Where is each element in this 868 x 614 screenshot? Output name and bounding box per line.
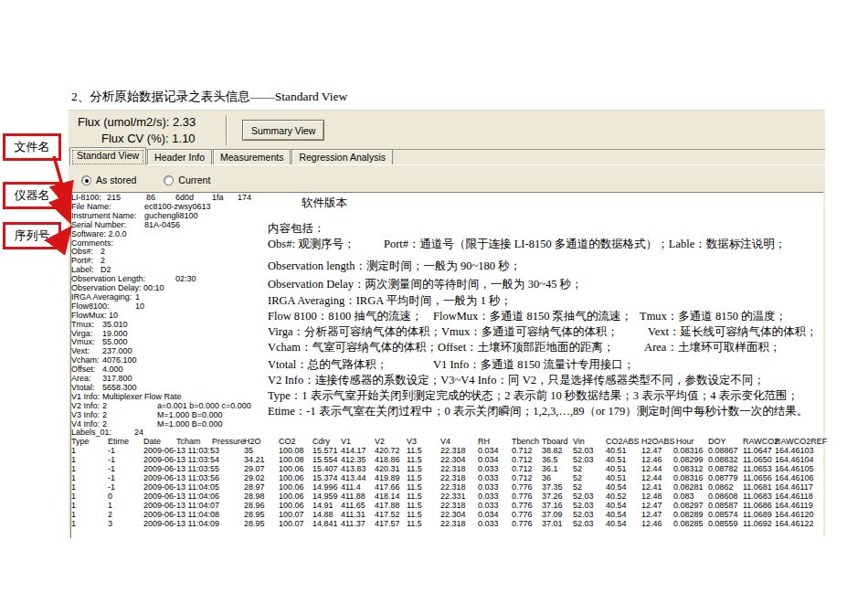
record-listbox[interactable]: [70, 192, 823, 538]
page-title: 2、分析原始数据记录之表头信息——Standard View: [71, 89, 347, 105]
radio-dot: [164, 175, 174, 185]
tab-regression-analysis[interactable]: Regression Analysis: [291, 149, 393, 165]
tab-strip: Standard ViewHeader InfoMeasurementsRegr…: [69, 149, 394, 165]
arrow-instrument-name: [58, 194, 69, 218]
summary-view-button[interactable]: Summary View: [242, 120, 324, 141]
panel-divider: [226, 115, 227, 145]
annotation-box-instrument-name: 仪器名: [3, 182, 61, 209]
tab-standard-view[interactable]: Standard View: [69, 147, 146, 165]
standard-view-tab-page: As storedCurrent: [69, 164, 825, 537]
annotation-box-file-name: 文件名: [3, 133, 61, 161]
radio-dot: [81, 175, 91, 185]
radio-current[interactable]: Current: [164, 175, 210, 185]
document-page: 2、分析原始数据记录之表头信息——Standard View Flux (umo…: [0, 0, 868, 614]
flux-cv-readout: Flux CV (%): 1.10: [101, 132, 196, 145]
li8100-software-window: Flux (umol/m2/s): 2.33 Flux CV (%): 1.10…: [69, 110, 825, 536]
flux-readout: Flux (umol/m2/s): 2.33: [78, 115, 196, 129]
radio-label: Current: [178, 175, 210, 185]
radio-label: As stored: [96, 175, 136, 185]
arrow-serial-number: [59, 230, 69, 242]
flux-value: 2.33: [173, 115, 196, 129]
flux-cv-value: 1.10: [172, 132, 195, 145]
tab-header-info[interactable]: Header Info: [147, 149, 212, 165]
annotation-box-serial-number: 序列号: [3, 222, 61, 249]
tab-measurements[interactable]: Measurements: [213, 149, 291, 165]
flux-cv-label: Flux CV (%):: [101, 132, 169, 145]
data-source-radio-group: As storedCurrent: [81, 175, 210, 185]
flux-label: Flux (umol/m2/s):: [78, 115, 169, 129]
arrow-file-name: [54, 156, 68, 205]
flux-readout-panel: Flux (umol/m2/s): 2.33 Flux CV (%): 1.10…: [69, 111, 825, 150]
radio-as-stored[interactable]: As stored: [81, 175, 136, 185]
